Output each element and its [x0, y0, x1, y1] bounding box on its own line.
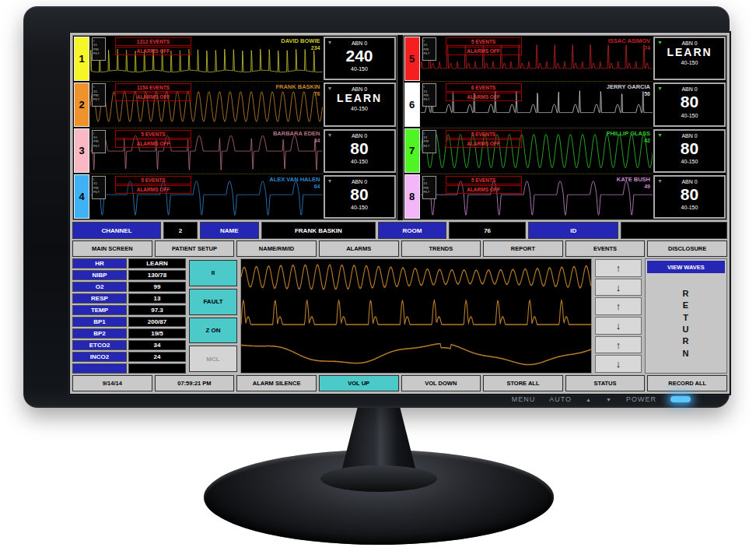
vital-label-etco2: ETCO2: [72, 340, 127, 350]
channel-tab-6[interactable]: 6: [404, 82, 420, 127]
menu-button-trends[interactable]: TRENDS: [401, 240, 481, 257]
monitor-scene: 1234 I X1 PRI FILT1312 EVENTSALARMS OFFD…: [0, 0, 756, 558]
menu-button-alarms[interactable]: ALARMS: [319, 240, 399, 257]
alarm-status-icon: ▼: [327, 86, 333, 91]
param-value: LEARN: [655, 46, 724, 60]
vital-value-o2: 99: [128, 282, 186, 292]
return-button[interactable]: R E T U R N: [646, 275, 726, 373]
menu-button-name-rm-id[interactable]: NAME/RM/ID: [236, 240, 317, 257]
param-value: 80: [655, 92, 724, 112]
menu-button-events[interactable]: EVENTS: [565, 240, 646, 257]
alarms-off-label: ALARMS OFF: [446, 47, 522, 55]
vital-label-o2: O2: [72, 282, 127, 292]
patient-name-label: ALEX VAN HALEN: [269, 176, 320, 183]
vitals-table: HRLEARNNIBP130/78O299RESP13TEMP97.3BP120…: [72, 258, 186, 374]
lead-button-ii[interactable]: II: [189, 260, 237, 286]
events-count-label: 6 EVENTS: [446, 83, 522, 92]
main-menu-bar: MAIN SCREENPATIENT SETUPNAME/RM/IDALARMS…: [72, 240, 727, 257]
alarm-status-icon: ▼: [657, 132, 663, 138]
param-value: 80: [325, 184, 394, 205]
scale-down-button-5[interactable]: ↓: [595, 355, 642, 373]
param-box-ch2[interactable]: ▼ABN 0LEARN40-150: [324, 82, 396, 126]
vitals-row: TEMP97.3: [72, 305, 186, 315]
action-button-vol-down[interactable]: VOL DOWN: [401, 375, 481, 391]
param-box-ch8[interactable]: ▼ABN 08040-150: [653, 175, 726, 219]
bezel-menu-button[interactable]: MENU: [512, 395, 536, 403]
vital-label-hr: HR: [72, 258, 127, 268]
bezel-down-button[interactable]: ▼: [606, 397, 612, 402]
vitals-row: NIBP130/78: [72, 270, 186, 280]
monitor-stand-cap: [320, 465, 437, 492]
action-button-alarm-silence[interactable]: ALARM SILENCE: [236, 375, 317, 391]
bezel-auto-button[interactable]: AUTO: [549, 395, 572, 403]
lead-button-fault[interactable]: FAULT: [189, 289, 237, 315]
info-label-channel[interactable]: CHANNEL: [72, 222, 161, 239]
channel-tab-8[interactable]: 8: [404, 174, 420, 219]
alarms-off-label: ALARMS OFF: [446, 93, 522, 101]
param-box-ch1[interactable]: ▼ABN 024040-150: [324, 37, 396, 80]
abn-count-label: ABN 0: [655, 86, 724, 92]
alarm-range-label: 40-150: [655, 205, 724, 210]
channel-tab-3[interactable]: 3: [74, 128, 89, 173]
waveform-grid: 1234 I X1 PRI FILT1312 EVENTSALARMS OFFD…: [72, 35, 727, 220]
param-box-ch6[interactable]: ▼ABN 08040-150: [653, 82, 726, 126]
lead-button-z-on[interactable]: Z ON: [189, 318, 237, 344]
scale-up-button-4[interactable]: ↑: [595, 336, 642, 354]
action-button-status[interactable]: STATUS: [565, 375, 646, 391]
scale-down-button-1[interactable]: ↓: [595, 279, 642, 297]
channel-row-4: I X1 PRI FILT5 EVENTSALARMS OFFALEX VAN …: [90, 174, 323, 219]
info-label-name[interactable]: NAME: [200, 222, 259, 239]
alarm-status-icon: ▼: [657, 86, 663, 91]
alarms-off-label: ALARMS OFF: [115, 47, 191, 55]
menu-button-main-screen[interactable]: MAIN SCREEN: [72, 240, 152, 257]
param-box-ch7[interactable]: ▼ABN 08040-150: [653, 129, 726, 173]
view-waves-button[interactable]: VIEW WAVES: [647, 261, 725, 273]
info-value-id-empty: [621, 222, 727, 239]
patient-name-label: FRANK BASKIN: [275, 83, 320, 90]
scale-up-button-0[interactable]: ↑: [595, 259, 642, 277]
info-value-frank-baskin: FRANK BASKIN: [261, 222, 376, 239]
abn-count-label: ABN 0: [325, 179, 394, 184]
channel-row-2: I X1 PRI FILT1154 EVENTSALARMS OFFFRANK …: [90, 82, 323, 128]
action-button-store-all[interactable]: STORE ALL: [483, 375, 563, 391]
info-label-id[interactable]: ID: [528, 222, 618, 239]
abn-count-label: ABN 0: [325, 133, 394, 139]
channel-tab-1[interactable]: 1: [74, 37, 89, 81]
alarm-range-label: 40-150: [325, 66, 394, 72]
menu-button-disclosure[interactable]: DISCLOSURE: [647, 240, 727, 257]
action-button-record-all[interactable]: RECORD ALL: [647, 375, 727, 391]
channel-tab-5[interactable]: 5: [404, 37, 420, 81]
monitor-bezel: 1234 I X1 PRI FILT1312 EVENTSALARMS OFFD…: [23, 6, 730, 408]
vital-value-temp: 97.3: [128, 305, 186, 315]
abn-count-label: ABN 0: [325, 40, 394, 46]
bezel-up-button[interactable]: ▲: [586, 397, 592, 402]
alarm-range-label: 40-150: [655, 60, 724, 65]
channel-rows-right: I X1 PRI FILT5 EVENTSALARMS OFFISSAC ASI…: [421, 36, 653, 219]
patient-name-label: BARBARA EDEN: [273, 130, 320, 137]
menu-button-report[interactable]: REPORT: [483, 240, 563, 257]
action-button-vol-up[interactable]: VOL UP: [319, 375, 399, 391]
lead-settings-box: I X1 PRI FILT: [422, 83, 436, 107]
channel-tab-column-right: 5678: [404, 36, 421, 219]
param-box-ch5[interactable]: ▼ABN 0LEARN40-150: [653, 37, 726, 80]
param-value: 80: [325, 139, 394, 159]
menu-button-patient-setup[interactable]: PATIENT SETUP: [155, 240, 235, 257]
param-column-right: ▼ABN 0LEARN40-150▼ABN 08040-150▼ABN 0804…: [653, 36, 726, 219]
monitor-screen: 1234 I X1 PRI FILT1312 EVENTSALARMS OFFD…: [68, 31, 731, 395]
channel-tab-2[interactable]: 2: [74, 82, 89, 127]
events-count-label: 5 EVENTS: [115, 176, 191, 184]
info-label-room[interactable]: ROOM: [378, 222, 446, 239]
param-box-ch3[interactable]: ▼ABN 08040-150: [324, 129, 396, 173]
param-box-ch4[interactable]: ▼ABN 08040-150: [324, 175, 396, 219]
scale-up-button-2[interactable]: ↑: [595, 297, 642, 315]
channel-row-8: I X1 PRI FILT5 EVENTSALARMS OFFKATE BUSH…: [421, 174, 653, 219]
channel-tab-4[interactable]: 4: [74, 174, 89, 219]
scale-down-button-3[interactable]: ↓: [595, 317, 642, 335]
lead-settings-box: I X1 PRI FILT: [92, 37, 106, 61]
channel-tab-7[interactable]: 7: [404, 128, 420, 173]
heart-rate-value: 42: [644, 138, 650, 143]
vitals-row: ETCO234: [72, 340, 186, 350]
param-value: 240: [325, 46, 394, 66]
vital-label-bp1: BP1: [72, 317, 127, 327]
bezel-controls: MENUAUTO▲▼POWER: [512, 395, 691, 403]
